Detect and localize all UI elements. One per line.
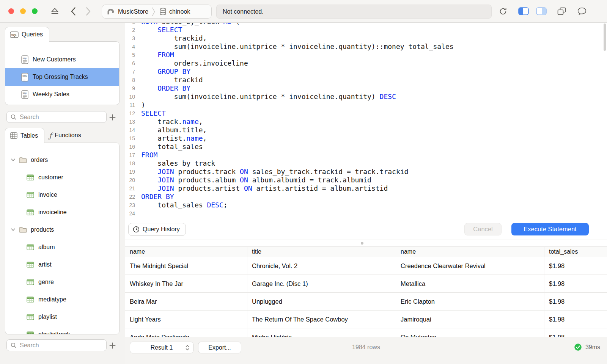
column-header[interactable]: name xyxy=(125,247,247,257)
sql-editor[interactable]: 1WITH sales_by_track AS (2 SELECT3 track… xyxy=(125,23,607,240)
tree-table-row[interactable]: artist xyxy=(5,256,119,273)
tree-folder-row[interactable]: products xyxy=(5,221,119,238)
editor-scrollbar[interactable] xyxy=(604,24,606,51)
query-history-button[interactable]: Query History xyxy=(128,223,186,236)
search-icon xyxy=(11,114,17,120)
code-text: track.name, xyxy=(141,118,203,126)
table-row[interactable]: Whiskey In The JarGarage Inc. (Disc 1)Me… xyxy=(125,275,607,293)
table-search-field xyxy=(6,339,107,351)
table-icon xyxy=(27,279,34,285)
table-cell: Eric Clapton xyxy=(396,293,544,310)
code-text: sum(invoiceline.unitprice * invoiceline.… xyxy=(141,42,454,51)
code-line: 24 xyxy=(125,209,607,218)
cancel-button[interactable]: Cancel xyxy=(464,223,502,235)
query-list-item[interactable]: SQLWeekly Sales xyxy=(5,86,119,103)
breadcrumb: MusicStore chinook xyxy=(102,5,212,19)
line-number: 8 xyxy=(125,76,135,84)
breadcrumb-database[interactable]: chinook xyxy=(155,5,193,18)
sql-file-icon: SQL xyxy=(21,73,28,82)
tree-table-row[interactable]: customer xyxy=(5,169,119,186)
code-text: JOIN products.album ON album.albumid = t… xyxy=(141,176,371,184)
table-search-input[interactable] xyxy=(20,342,96,349)
forward-button[interactable] xyxy=(86,7,91,16)
tree-table-row[interactable]: genre xyxy=(5,273,119,291)
zoom-window-button[interactable] xyxy=(32,8,38,14)
tree-folder-label: orders xyxy=(31,157,48,163)
table-cell: Light Years xyxy=(125,311,247,328)
svg-text:SQL: SQL xyxy=(22,91,27,94)
line-number: 11 xyxy=(125,101,135,109)
titlebar: MusicStore chinook Not connected. xyxy=(0,0,607,23)
tab-tables[interactable]: Tables xyxy=(5,128,44,143)
execute-statement-button[interactable]: Execute Statement xyxy=(511,223,589,235)
line-number: 10 xyxy=(125,93,135,101)
code-line: 8 trackid xyxy=(125,76,607,84)
table-cell: The Return Of The Space Cowboy xyxy=(247,311,396,328)
pane-resize-handle[interactable] xyxy=(125,240,607,246)
column-header[interactable]: total_sales xyxy=(544,247,607,257)
tab-queries[interactable]: SQL Queries xyxy=(5,27,49,42)
refresh-button[interactable] xyxy=(499,7,507,16)
tab-functions[interactable]: ƒ Functions xyxy=(44,128,87,143)
svg-text:SQL: SQL xyxy=(22,74,27,77)
table-cell: Creedence Clearwater Revival xyxy=(396,257,544,275)
toggle-right-sidebar-button[interactable] xyxy=(536,7,547,15)
table-row[interactable]: Light YearsThe Return Of The Space Cowbo… xyxy=(125,311,607,328)
code-text: trackid xyxy=(141,76,203,84)
query-history-label: Query History xyxy=(143,226,180,233)
tree-table-row[interactable]: invoiceline xyxy=(5,204,119,221)
table-row[interactable]: Ando Meio DesligadoMinha HistóriaOs Muta… xyxy=(125,328,607,337)
line-number: 6 xyxy=(125,59,135,67)
line-number: 19 xyxy=(125,168,135,176)
tree-folder-row[interactable]: orders xyxy=(5,151,119,169)
code-text: total_sales xyxy=(141,143,203,151)
tree-table-row[interactable]: playlist xyxy=(5,308,119,326)
feedback-button[interactable] xyxy=(577,7,587,15)
connection-status[interactable]: Not connected. xyxy=(216,5,492,19)
table-cell: $1.98 xyxy=(544,311,607,328)
line-number: 3 xyxy=(125,34,135,42)
disclosure-triangle-icon xyxy=(11,228,15,231)
column-header[interactable]: title xyxy=(247,247,396,257)
code-line: 9 ORDER BY xyxy=(125,84,607,93)
table-cell: Minha História xyxy=(247,328,396,337)
add-query-button[interactable] xyxy=(108,113,116,121)
toggle-left-sidebar-button[interactable] xyxy=(518,7,529,15)
tree-table-row[interactable]: playlisttrack xyxy=(5,326,119,334)
tree-table-label: customer xyxy=(38,174,63,181)
tree-table-label: playlisttrack xyxy=(38,331,70,334)
add-table-button[interactable] xyxy=(108,341,116,350)
query-item-label: New Customers xyxy=(33,56,76,63)
code-line: 13 track.name, xyxy=(125,118,607,126)
code-line: 10 sum(invoiceline.unitprice * invoiceli… xyxy=(125,93,607,101)
back-button[interactable] xyxy=(71,7,76,16)
query-item-label: Weekly Sales xyxy=(33,91,69,98)
results-footer: Result 1 Export... 1984 rows 39ms xyxy=(125,337,607,364)
line-number: 15 xyxy=(125,134,135,143)
code-text: WITH sales_by_track AS ( xyxy=(141,23,240,26)
tree-table-label: mediatype xyxy=(38,296,66,303)
query-list-item[interactable]: SQLNew Customers xyxy=(5,51,119,68)
query-search-input[interactable] xyxy=(20,114,96,121)
close-window-button[interactable] xyxy=(8,8,14,14)
line-number: 17 xyxy=(125,151,135,159)
eject-button[interactable] xyxy=(50,8,59,15)
query-duration: 39ms xyxy=(574,343,600,351)
folder-icon xyxy=(19,157,27,163)
sidebar: SQL Queries SQLNew CustomersSQLTop Gross… xyxy=(0,23,125,364)
tree-table-row[interactable]: invoice xyxy=(5,186,119,204)
column-header[interactable]: name xyxy=(396,247,544,257)
clock-icon xyxy=(133,226,140,233)
table-row[interactable]: Beira MarUnpluggedEric Clapton$1.98 xyxy=(125,293,607,311)
tree-table-row[interactable]: album xyxy=(5,238,119,256)
query-list-item[interactable]: SQLTop Grossing Tracks xyxy=(5,68,119,86)
table-cell: Jamiroquai xyxy=(396,311,544,328)
table-icon xyxy=(27,174,34,180)
minimize-window-button[interactable] xyxy=(20,8,26,14)
tree-table-row[interactable]: mediatype xyxy=(5,291,119,308)
table-icon xyxy=(27,314,34,320)
table-row[interactable]: The Midnight SpecialChronicle, Vol. 2Cre… xyxy=(125,257,607,275)
code-lines: 1WITH sales_by_track AS (2 SELECT3 track… xyxy=(125,23,607,218)
breadcrumb-server[interactable]: MusicStore xyxy=(102,5,152,18)
windows-button[interactable] xyxy=(557,7,566,15)
